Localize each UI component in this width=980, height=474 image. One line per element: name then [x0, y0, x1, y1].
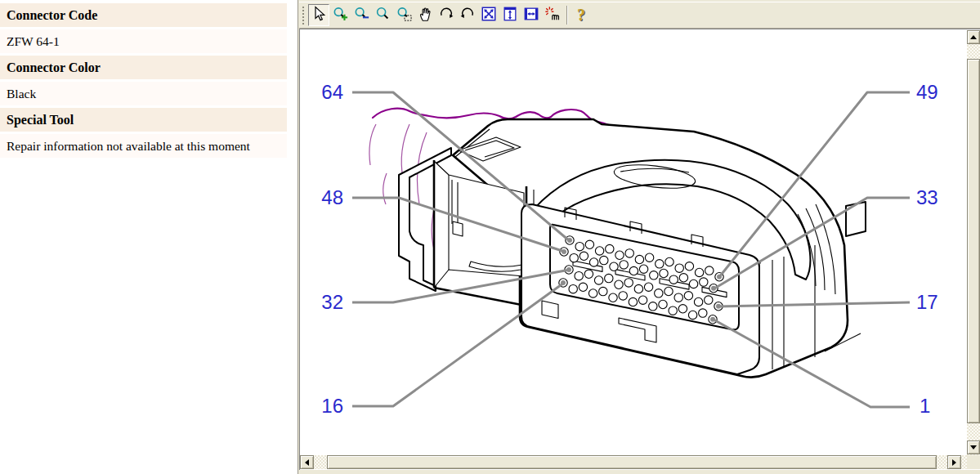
fit-to-window-icon: [481, 6, 497, 25]
info-header-connector-code: Connector Code: [0, 3, 287, 27]
scroll-left-button[interactable]: [300, 455, 314, 469]
connector-diagram: 64 48 32 16 49 33 17 1: [301, 30, 968, 455]
zoom-button[interactable]: [372, 4, 393, 26]
fit-width-button[interactable]: [521, 4, 542, 26]
callout-label-48: 48: [321, 186, 343, 208]
zoom-out-button[interactable]: [351, 4, 372, 26]
diagram-canvas[interactable]: 64 48 32 16 49 33 17 1: [299, 29, 980, 470]
zoom-dynamic-button[interactable]: [393, 4, 414, 26]
cursor-arrow-icon: [311, 6, 327, 25]
magnifier-plus-icon: [332, 6, 349, 25]
magnifier-icon: [374, 6, 391, 25]
fit-window-button[interactable]: [478, 4, 499, 26]
pan-button[interactable]: [414, 4, 436, 26]
scroll-left-arrow-icon: [305, 459, 309, 466]
toolbar-grip-handle[interactable]: [302, 6, 305, 25]
callout-label-1: 1: [920, 395, 930, 417]
app-window: Connector Code ZFW 64-1 Connector Color …: [0, 0, 980, 474]
scroll-up-arrow-icon: [970, 35, 977, 39]
scroll-up-button[interactable]: [967, 30, 980, 44]
hotspots-button[interactable]: [542, 4, 563, 26]
fit-width-icon: [523, 6, 539, 25]
info-value-special-tool: Repair information not available at this…: [0, 134, 287, 158]
toolbar-separator: [566, 6, 567, 25]
rotate-cw-button[interactable]: [436, 4, 457, 26]
scroll-down-button[interactable]: [967, 440, 980, 454]
hand-icon: [417, 6, 433, 25]
rotate-counterclockwise-icon: [459, 6, 476, 25]
horizontal-scroll-thumb[interactable]: [327, 455, 937, 469]
callout-label-32: 32: [321, 291, 343, 313]
info-header-connector-color: Connector Color: [0, 56, 287, 79]
callout-label-17: 17: [916, 291, 938, 313]
rotate-clockwise-icon: [438, 6, 454, 25]
viewer-toolbar: ?: [299, 2, 980, 29]
vertical-scrollbar[interactable]: [967, 30, 980, 455]
callout-label-64: 64: [321, 81, 343, 103]
scroll-right-arrow-icon: [952, 459, 956, 466]
rotate-ccw-button[interactable]: [457, 4, 478, 26]
fit-height-icon: [502, 6, 518, 25]
connector-info-panel: Connector Code ZFW 64-1 Connector Color …: [0, 3, 287, 160]
callout-label-33: 33: [916, 186, 938, 208]
zoom-in-button[interactable]: [329, 4, 351, 26]
info-value-connector-color: Black: [0, 82, 287, 105]
info-header-special-tool: Special Tool: [0, 108, 287, 132]
scroll-right-button[interactable]: [947, 455, 961, 469]
magnifier-minus-icon: [353, 6, 370, 25]
select-tool-button[interactable]: [308, 4, 329, 26]
horizontal-scrollbar[interactable]: [300, 455, 967, 469]
vertical-scroll-thumb[interactable]: [967, 59, 980, 423]
callout-label-49: 49: [916, 81, 938, 103]
fit-height-button[interactable]: [499, 4, 521, 26]
info-value-connector-code: ZFW 64-1: [0, 29, 287, 53]
hotspot-spark-icon: [544, 6, 561, 25]
diagram-viewer: ?: [298, 0, 980, 474]
scroll-down-arrow-icon: [970, 445, 977, 449]
callout-label-16: 16: [321, 395, 343, 417]
scrollbar-corner: [967, 455, 980, 469]
help-button[interactable]: ?: [571, 4, 591, 26]
magnifier-dashed-rect-icon: [396, 6, 413, 25]
